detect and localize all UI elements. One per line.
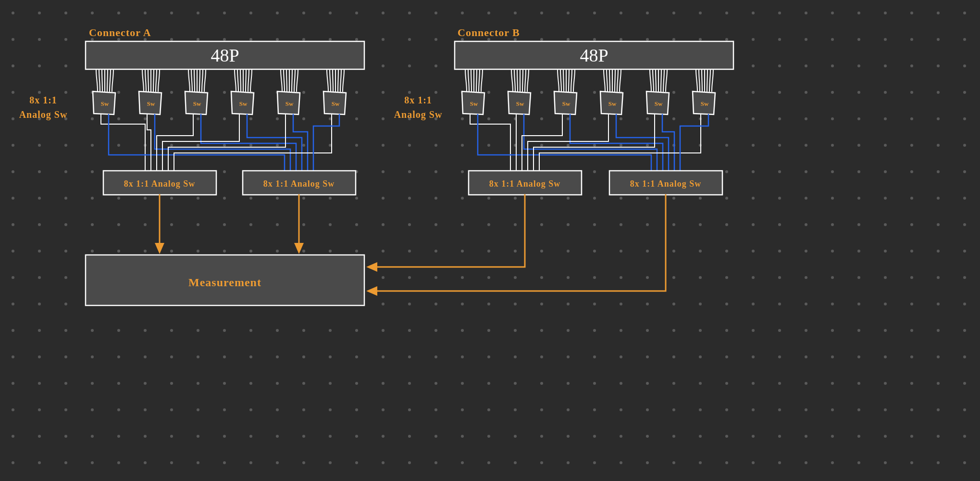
- sw-chip-label: Sw: [608, 100, 617, 107]
- sw-chip-label: Sw: [470, 100, 478, 107]
- sw-chip-label: Sw: [516, 100, 524, 107]
- svg-text:8x 1:1: 8x 1:1: [404, 95, 432, 105]
- measurement-label: Measurement: [188, 276, 261, 289]
- sw-chip-label: Sw: [701, 100, 709, 107]
- svg-text:Analog Sw: Analog Sw: [19, 109, 68, 120]
- sw-chip-label: Sw: [193, 100, 201, 107]
- connector-b-title: Connector B: [458, 26, 520, 38]
- sw-chip-label: Sw: [285, 100, 294, 107]
- sw-chip-label: Sw: [562, 100, 571, 107]
- sw-chip-label: Sw: [332, 100, 340, 107]
- mux-a2-label: 8x 1:1 Analog Sw: [263, 179, 335, 189]
- sw-chip-label: Sw: [655, 100, 663, 107]
- connector-a-title: Connector A: [89, 26, 151, 38]
- connector-b-port-label: 48P: [580, 45, 608, 65]
- connector-a-port-label: 48P: [211, 45, 239, 65]
- mux-b2-label: 8x 1:1 Analog Sw: [630, 179, 702, 189]
- sw-chip-label: Sw: [147, 100, 155, 107]
- mux-b1-label: 8x 1:1 Analog Sw: [489, 179, 561, 189]
- sw-chip-label: Sw: [101, 100, 109, 107]
- mux-a1-label: 8x 1:1 Analog Sw: [124, 179, 196, 189]
- svg-text:8x 1:1: 8x 1:1: [29, 95, 57, 105]
- dot-grid: [0, 0, 980, 481]
- svg-text:Analog Sw: Analog Sw: [394, 109, 443, 120]
- diagram-canvas[interactable]: Connector A 48P 8x 1:1 Analog Sw SwSwSwS…: [0, 0, 980, 481]
- svg-rect-1: [0, 0, 980, 481]
- sw-chip-label: Sw: [239, 100, 248, 107]
